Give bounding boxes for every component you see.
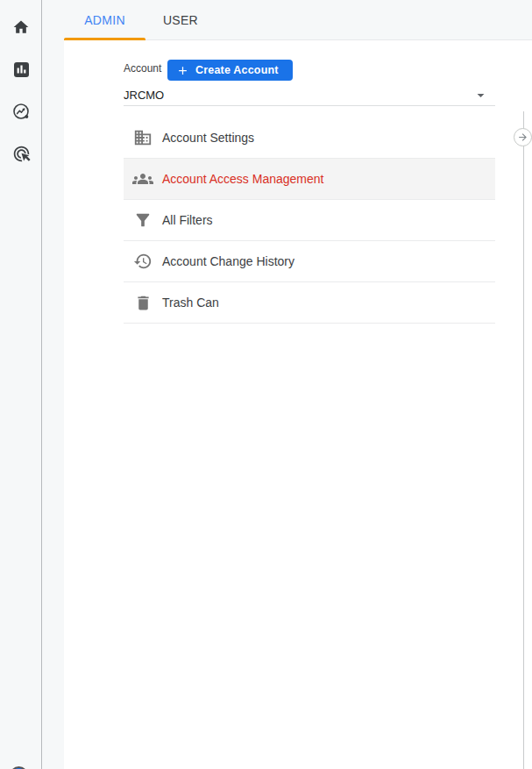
reports-icon-glyph: [13, 61, 30, 78]
account-selector-underline: [124, 105, 495, 106]
create-account-button[interactable]: Create Account: [167, 60, 293, 81]
menu-item-account-change-history[interactable]: Account Change History: [124, 241, 495, 282]
admin-menu: Account Settings Account Access Manageme…: [124, 117, 495, 324]
menu-item-label: All Filters: [162, 213, 213, 227]
advertising-icon[interactable]: [11, 144, 31, 163]
arrow-right-icon: [517, 132, 528, 143]
account-selector[interactable]: JRCMO: [124, 84, 495, 106]
menu-item-all-filters[interactable]: All Filters: [124, 200, 495, 241]
plus-icon: [176, 64, 189, 77]
trash-icon: [132, 292, 153, 313]
building-icon: [132, 127, 153, 148]
explore-icon-glyph: [12, 103, 31, 121]
tab-admin[interactable]: ADMIN: [64, 0, 145, 39]
menu-item-label: Trash Can: [162, 295, 219, 310]
menu-item-label: Account Access Management: [162, 172, 323, 186]
home-icon-glyph: [12, 18, 30, 36]
menu-item-trash-can[interactable]: Trash Can: [124, 282, 495, 324]
active-tab-underline: [64, 38, 145, 40]
account-field-label: Account: [124, 62, 161, 75]
nav-rail: [0, 0, 42, 769]
explore-icon[interactable]: [11, 102, 31, 121]
menu-item-account-settings[interactable]: Account Settings: [124, 117, 495, 159]
panel-divider: [523, 111, 524, 769]
history-icon: [132, 251, 153, 272]
account-selector-value: JRCMO: [124, 89, 164, 102]
panel-expand-button[interactable]: [514, 128, 532, 146]
menu-item-label: Account Change History: [162, 254, 294, 268]
home-icon[interactable]: [11, 18, 31, 37]
filter-icon: [132, 210, 153, 231]
people-icon: [132, 168, 153, 189]
reports-icon[interactable]: [11, 60, 31, 79]
advertising-icon-glyph: [12, 145, 31, 163]
menu-item-label: Account Settings: [162, 131, 254, 145]
tab-user[interactable]: USER: [145, 0, 216, 39]
tab-bar: ADMIN USER: [64, 0, 216, 39]
menu-item-account-access-management[interactable]: Account Access Management: [124, 159, 495, 200]
chevron-down-icon: [472, 87, 489, 107]
create-account-button-label: Create Account: [195, 64, 279, 76]
left-column: [0, 0, 64, 769]
